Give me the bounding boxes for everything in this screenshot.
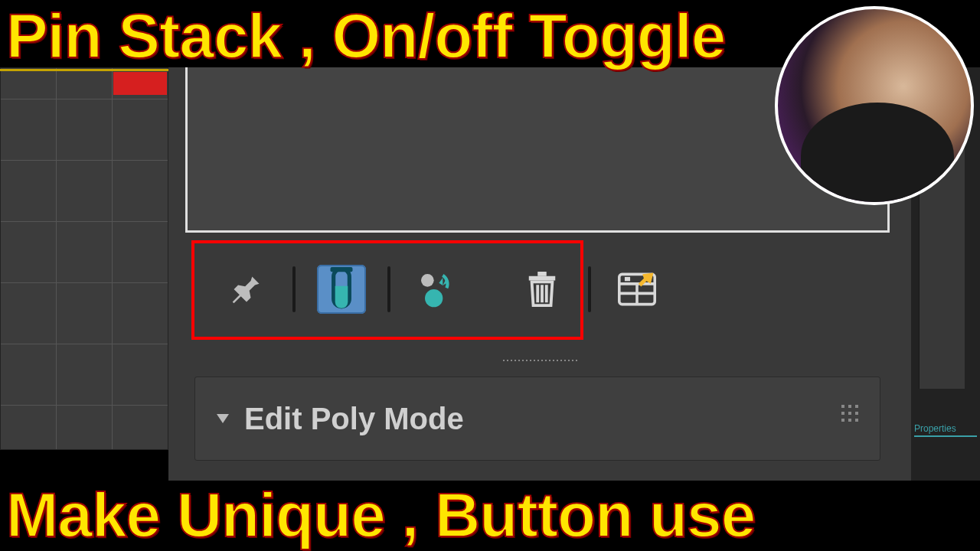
selection-indicator xyxy=(113,72,167,95)
configure-modifier-sets-button[interactable] xyxy=(612,265,662,314)
remove-modifier-button[interactable] xyxy=(518,265,567,314)
overlay-title-bottom: Make Unique , Button use xyxy=(0,484,980,546)
drag-grip-icon xyxy=(841,405,858,422)
show-end-result-toggle[interactable] xyxy=(317,265,366,314)
make-unique-button[interactable] xyxy=(412,265,461,314)
svg-rect-13 xyxy=(625,277,630,281)
svg-point-2 xyxy=(421,274,434,287)
rollout-title: Edit Poly Mode xyxy=(244,402,464,436)
presenter-webcam-overlay xyxy=(775,6,974,205)
separator xyxy=(292,266,296,312)
svg-rect-4 xyxy=(529,276,556,281)
configure-sets-icon xyxy=(618,272,656,307)
pin-stack-button[interactable] xyxy=(222,265,271,314)
edit-poly-mode-rollout[interactable]: Edit Poly Mode xyxy=(194,377,880,461)
svg-rect-1 xyxy=(331,267,353,272)
svg-rect-5 xyxy=(537,272,547,276)
collapse-arrow-icon xyxy=(217,414,229,423)
properties-tab[interactable]: Properties xyxy=(914,423,977,437)
panel-drag-handle[interactable] xyxy=(471,360,609,367)
viewport-grid xyxy=(0,67,168,450)
trash-icon xyxy=(524,270,560,308)
separator xyxy=(588,266,591,312)
modifier-toolbar xyxy=(185,245,890,334)
pin-icon xyxy=(230,272,263,306)
make-unique-icon xyxy=(417,270,456,308)
test-tube-icon xyxy=(325,267,358,311)
svg-point-3 xyxy=(425,289,443,307)
separator xyxy=(387,266,390,312)
